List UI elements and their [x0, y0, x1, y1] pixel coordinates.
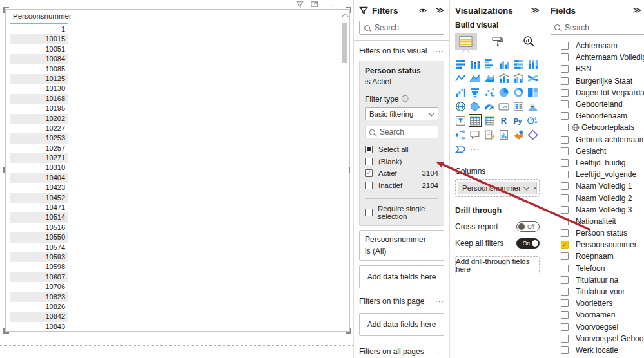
field-item[interactable]: Geslacht	[545, 146, 644, 157]
donut-chart-icon[interactable]	[512, 86, 524, 98]
field-checkbox[interactable]	[561, 241, 569, 249]
100-stacked-bar-chart-icon[interactable]	[512, 58, 524, 70]
field-checkbox[interactable]	[561, 171, 569, 178]
tab-analytics[interactable]	[518, 33, 540, 50]
key-influencers-icon[interactable]	[527, 115, 539, 126]
field-checkbox[interactable]	[561, 53, 569, 61]
field-checkbox[interactable]	[561, 229, 569, 237]
resize-handle[interactable]	[3, 328, 9, 334]
clustered-column-chart-icon[interactable]	[498, 58, 510, 70]
fields-search-input[interactable]: Search	[551, 21, 644, 35]
field-item[interactable]: Gebruik achternaam	[545, 134, 644, 146]
multi-row-card-icon[interactable]	[512, 100, 524, 112]
remove-field-icon[interactable]: ×	[533, 184, 537, 192]
matrix-icon[interactable]	[483, 115, 495, 126]
field-item[interactable]: Naam Volledig 1	[545, 180, 644, 192]
eye-icon[interactable]	[418, 7, 427, 14]
table-row[interactable]: 10423	[10, 183, 68, 193]
table-row[interactable]: 10842	[10, 312, 68, 321]
field-item[interactable]: Voorletters	[545, 297, 644, 309]
filter-card-persoon-status[interactable]: Persoon status is Actief Filter type ⓘ B…	[359, 61, 444, 226]
kpi-icon[interactable]: 12	[527, 100, 539, 112]
resize-handle[interactable]	[3, 7, 9, 13]
columns-field-well[interactable]: Persoonsnummer ×	[455, 179, 540, 197]
table-row[interactable]: 10051	[10, 44, 68, 54]
table-row[interactable]: 10125	[10, 74, 68, 84]
filter-option[interactable]: Actief3104	[365, 167, 438, 180]
tab-build-visual[interactable]	[455, 33, 477, 50]
field-item[interactable]: Geboorteland	[545, 99, 644, 110]
filter-option[interactable]: Select all	[365, 144, 438, 156]
field-item[interactable]: Leeftijd_huidig	[545, 157, 644, 169]
table-row[interactable]: 10168	[10, 94, 68, 104]
collapse-pane-icon[interactable]: ≫	[435, 6, 444, 14]
field-checkbox[interactable]	[561, 288, 569, 296]
collapse-pane-icon[interactable]: ≫	[632, 6, 641, 14]
table-row[interactable]: 10130	[10, 84, 68, 93]
stacked-area-chart-icon[interactable]	[483, 72, 495, 84]
filter-option-checkbox[interactable]	[365, 182, 373, 189]
100-stacked-column-chart-icon[interactable]	[527, 58, 539, 70]
table-row[interactable]: 10574	[10, 243, 68, 252]
table-row[interactable]: 10607	[10, 272, 68, 282]
table-row[interactable]: 10471	[10, 203, 68, 212]
field-checkbox[interactable]	[561, 159, 569, 167]
scatter-chart-icon[interactable]	[483, 86, 495, 98]
field-item[interactable]: Geboortenaam	[545, 110, 644, 122]
decomposition-tree-icon[interactable]	[454, 129, 466, 140]
field-checkbox[interactable]	[561, 265, 569, 272]
field-checkbox[interactable]	[561, 194, 569, 202]
field-item[interactable]: BSN	[545, 63, 644, 75]
visual-more-options-icon[interactable]: ···	[325, 1, 334, 8]
add-data-fields-dropzone[interactable]: Add data fields here	[359, 313, 444, 336]
resize-handle[interactable]	[346, 7, 351, 13]
scrollbar-thumb[interactable]	[342, 23, 347, 63]
visual-filter-icon[interactable]	[295, 1, 304, 8]
field-item[interactable]: Geboorteplaats	[545, 122, 644, 133]
table-row[interactable]: 10310	[10, 163, 68, 173]
field-item[interactable]: Titulatuur na	[545, 274, 644, 286]
field-item[interactable]: Achternaam	[545, 40, 644, 52]
q-and-a-icon[interactable]	[469, 129, 481, 140]
field-item[interactable]: Naam Volledig 2	[545, 192, 644, 203]
line-and-stacked-column-chart-icon[interactable]	[498, 72, 510, 84]
field-checkbox[interactable]	[561, 136, 569, 144]
field-checkbox[interactable]	[561, 218, 569, 225]
field-checkbox[interactable]	[561, 323, 569, 331]
table-row[interactable]: 10598	[10, 262, 68, 272]
paginated-report-icon[interactable]	[498, 129, 510, 140]
filter-type-dropdown[interactable]: Basic filtering	[365, 107, 438, 120]
get-more-visuals-icon[interactable]: ···	[469, 143, 481, 155]
resize-handle[interactable]	[3, 167, 5, 173]
pie-chart-icon[interactable]	[498, 86, 510, 98]
table-row[interactable]: 10593	[10, 252, 68, 262]
table-row[interactable]: 10706	[10, 282, 68, 292]
waterfall-chart-icon[interactable]	[454, 86, 466, 98]
field-checkbox[interactable]	[561, 311, 569, 319]
table-row[interactable]: 10452	[10, 193, 68, 203]
field-item[interactable]: Persoonsnummer	[545, 239, 644, 250]
table-row[interactable]: 10826	[10, 302, 68, 312]
clustered-bar-chart-icon[interactable]	[483, 58, 495, 70]
filter-values-search-input[interactable]: Search	[365, 126, 438, 138]
slicer-icon[interactable]	[454, 115, 466, 126]
section-more-icon[interactable]: ···	[435, 297, 444, 305]
filters-search-input[interactable]: Search	[359, 21, 444, 35]
field-checkbox[interactable]	[561, 77, 569, 85]
field-checkbox[interactable]	[561, 89, 569, 97]
scroll-up-icon[interactable]	[342, 14, 348, 20]
cross-report-toggle[interactable]: Off	[516, 221, 540, 232]
field-item[interactable]: Leeftijd_volgende	[545, 169, 644, 180]
field-checkbox[interactable]	[561, 124, 569, 131]
focus-mode-icon[interactable]	[310, 1, 319, 8]
chevron-down-icon[interactable]	[523, 184, 529, 191]
field-checkbox[interactable]	[561, 346, 569, 354]
table-row[interactable]: 10227	[10, 124, 68, 133]
gauge-icon[interactable]	[483, 100, 495, 112]
field-checkbox[interactable]	[561, 182, 569, 190]
smart-narrative-icon[interactable]	[483, 129, 495, 140]
table-row[interactable]: 10195	[10, 104, 68, 113]
filter-card-persoonsnummer[interactable]: Persoonsnummer is (All)	[359, 230, 444, 261]
table-row[interactable]: 10257	[10, 144, 68, 153]
r-script-visual-icon[interactable]: R	[498, 115, 510, 126]
